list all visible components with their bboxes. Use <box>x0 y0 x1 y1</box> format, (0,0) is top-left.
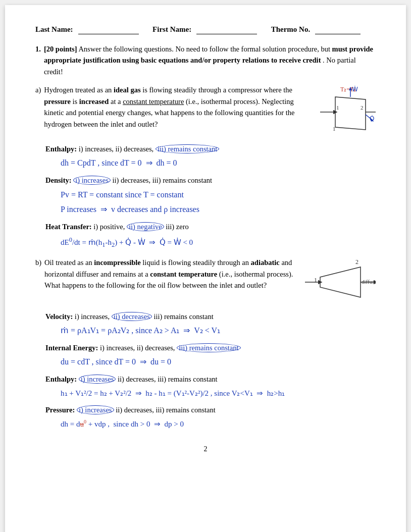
svg-text:2: 2 <box>355 258 358 265</box>
ht-hw: dE0/dt = ṁ(h1-h2) + Q̇ - Ẇ ⇒ Q̇ = Ẇ < 0 <box>61 235 376 250</box>
enth-b-rest: ii) decreases, iii) remains constant <box>118 375 218 383</box>
svg-text:1: 1 <box>314 277 317 284</box>
part-a-text: Hydrogen treated as an ideal gas is flow… <box>44 84 305 130</box>
internal-energy-b: Internal Energy: i) increases, ii) decre… <box>45 342 376 368</box>
first-name-field <box>196 25 257 34</box>
density-hw2: P increases ⇒ v decreases and ρ increase… <box>61 203 376 216</box>
ht-choices: i) positive, <box>93 223 127 231</box>
heat-transfer-a: Heat Transfer: i) positive, ii) negative… <box>45 221 376 250</box>
svg-text:1: 1 <box>336 104 339 111</box>
ht-rest: iii) zero <box>166 223 189 231</box>
ie-hw: du = cdT , since dT = 0 ⇒ du = 0 <box>61 356 376 368</box>
pres-hw: dh = du0 + vdp , since dh > 0 ⇒ dp > 0 <box>61 418 376 430</box>
pres-rest: ii) decreases, iii) remains constant <box>116 406 216 414</box>
svg-text:Q̇: Q̇ <box>370 115 374 122</box>
enth-b-circled: i) increases <box>79 375 116 384</box>
page-number: 2 <box>35 445 376 453</box>
vel-choices: i) increases, <box>75 312 112 321</box>
enthalpy-choices: i) increases, ii) decreases, <box>79 145 156 153</box>
pressure-b: Pressure: i) increases ii) decreases, ii… <box>45 404 376 431</box>
density-a: Density: i) increases ii) decreases, iii… <box>45 175 376 216</box>
vel-rest: iii) remains constant <box>153 312 213 321</box>
density-hw1: Pv = RT = constant since T = constant <box>61 189 376 201</box>
pres-circled: i) increases <box>77 405 114 414</box>
svg-text:2: 2 <box>361 104 364 111</box>
density-circled: i) increases <box>73 176 111 185</box>
svg-marker-1 <box>335 97 366 130</box>
enthalpy-handwritten: dh = CpdT , since dT = 0 ⇒ dh = 0 <box>61 157 376 170</box>
velocity-b: Velocity: i) increases, ii) decreases ii… <box>45 311 376 337</box>
part-b-text: Oil treated as an incompressible liquid … <box>44 257 300 291</box>
svg-text:1: 1 <box>333 126 336 132</box>
last-name-label: Last Name: <box>35 25 73 34</box>
svg-marker-15 <box>320 267 361 297</box>
part-b: b) Oil treated as an incompressible liqu… <box>35 257 376 430</box>
ie-circled: iii) remains constant <box>177 343 240 352</box>
enthalpy-circled: iii) remains constant <box>156 144 219 153</box>
exam-page: Last Name: First Name: Thermo No. 1. [20… <box>5 5 406 532</box>
svg-text:diffuser: diffuser <box>362 279 376 285</box>
q1-points: [20 points] <box>44 45 77 53</box>
ie-choices: i) increases, ii) decreases, <box>100 344 177 352</box>
part-a-diagram: T₂=T₁ 1 2 Ẇ Q̇ <box>310 84 376 143</box>
enthalpy-b: Enthalpy: i) increases ii) decreases, ii… <box>45 374 376 399</box>
svg-text:Ẇ: Ẇ <box>352 86 358 93</box>
q1-intro: Answer the following questions. No need … <box>78 45 332 53</box>
density-rest: ii) decreases, iii) remains constant <box>112 176 212 184</box>
q1-number: 1. <box>35 43 41 55</box>
thermo-field <box>315 25 361 34</box>
enthalpy-a: Enthalpy: i) increases, ii) decreases, i… <box>45 143 376 170</box>
enth-b-hw: h₁ + V₁²/2 = h₂ + V₂²/2 ⇒ h₂ - h₁ = (V₁²… <box>61 388 376 399</box>
vel-hw: ṁ = ρA₁V₁ = ρA₂V₂ , since A₂ > A₁ ⇒ V₂ <… <box>61 325 376 337</box>
header-row: Last Name: First Name: Thermo No. <box>35 25 376 34</box>
last-name-field <box>78 25 139 34</box>
question-1: 1. [20 points] Answer the following ques… <box>35 43 376 77</box>
thermo-label: Thermo No. <box>271 25 311 34</box>
ht-circled: ii) negative <box>127 222 164 231</box>
vel-circled: ii) decreases <box>112 312 152 321</box>
first-name-label: First Name: <box>152 25 191 34</box>
part-b-label: b) <box>35 257 41 268</box>
diffuser-diagram: 2 1 diffuser <box>305 257 376 310</box>
part-a-label: a) <box>35 84 41 95</box>
part-a: a) Hydrogen treated as an ideal gas is f… <box>35 84 376 250</box>
